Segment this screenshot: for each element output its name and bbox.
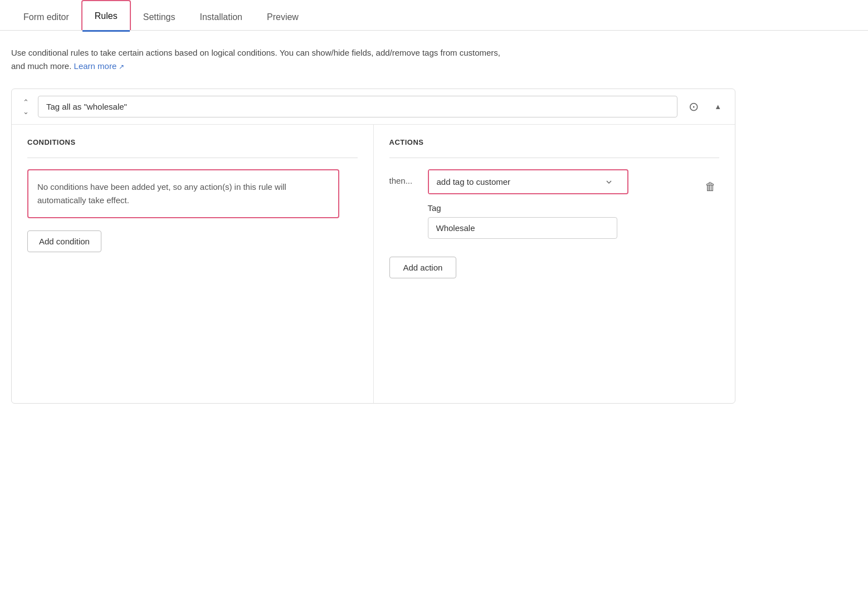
actions-title: ACTIONS xyxy=(389,138,720,146)
learn-more-link[interactable]: Learn more xyxy=(74,61,124,71)
rule-check-button[interactable]: ⊙ xyxy=(684,97,703,116)
page-content: Use conditional rules to take certain ac… xyxy=(0,31,868,589)
actions-panel: ACTIONS then... add tag to customer remo… xyxy=(374,125,735,403)
action-select-wrapper: add tag to customer remove tag from cust… xyxy=(428,169,628,194)
trash-icon: 🗑 xyxy=(705,180,716,193)
tag-value-input[interactable] xyxy=(428,217,617,239)
rule-collapse-button[interactable]: ▲ xyxy=(710,100,726,113)
collapse-icon: ▲ xyxy=(714,102,721,111)
tab-preview[interactable]: Preview xyxy=(255,2,311,30)
rule-header: ⌃ ⌄ ⊙ ▲ xyxy=(12,89,735,125)
actions-divider xyxy=(389,158,720,158)
rule-name-input[interactable] xyxy=(38,96,677,117)
add-action-button[interactable]: Add action xyxy=(389,257,457,278)
tab-form-editor[interactable]: Form editor xyxy=(11,2,81,30)
tag-label: Tag xyxy=(428,203,694,213)
action-controls: add tag to customer remove tag from cust… xyxy=(428,169,694,239)
rule-sort-buttons: ⌃ ⌄ xyxy=(21,98,31,116)
action-row: then... add tag to customer remove tag f… xyxy=(389,169,720,239)
check-circle-icon: ⊙ xyxy=(689,100,699,114)
no-conditions-text: No conditions have been added yet, so an… xyxy=(37,180,329,207)
tab-installation[interactable]: Installation xyxy=(188,2,255,30)
sort-up-button[interactable]: ⌃ xyxy=(21,98,31,106)
rule-body: CONDITIONS No conditions have been added… xyxy=(12,125,735,403)
delete-action-button[interactable]: 🗑 xyxy=(701,175,719,199)
tab-settings[interactable]: Settings xyxy=(131,2,188,30)
sort-down-button[interactable]: ⌄ xyxy=(21,107,31,116)
tab-navigation: Form editor Rules Settings Installation … xyxy=(0,0,868,31)
add-condition-button[interactable]: Add condition xyxy=(27,230,101,252)
conditions-title: CONDITIONS xyxy=(27,138,358,146)
tab-rules[interactable]: Rules xyxy=(81,0,131,30)
conditions-divider xyxy=(27,158,358,158)
chevron-up-icon: ⌃ xyxy=(23,98,29,106)
chevron-down-icon: ⌄ xyxy=(23,107,29,116)
tag-field-group: Tag xyxy=(428,203,694,239)
description-text: Use conditional rules to take certain ac… xyxy=(11,46,513,73)
no-conditions-box: No conditions have been added yet, so an… xyxy=(27,169,339,218)
then-label: then... xyxy=(389,169,420,185)
action-type-select[interactable]: add tag to customer remove tag from cust… xyxy=(429,170,618,193)
conditions-panel: CONDITIONS No conditions have been added… xyxy=(12,125,374,403)
rule-card: ⌃ ⌄ ⊙ ▲ CONDITIONS xyxy=(11,89,735,404)
